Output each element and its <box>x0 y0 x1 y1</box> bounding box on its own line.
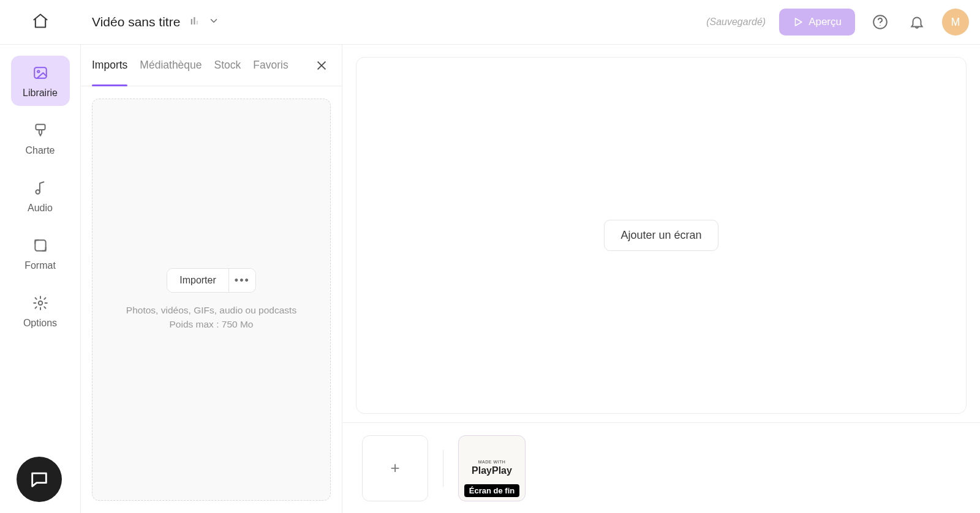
close-icon[interactable] <box>312 56 331 75</box>
import-dropzone[interactable]: Importer ••• Photos, vidéos, GIFs, audio… <box>92 99 331 501</box>
header-bar: Vidéo sans titre (Sauvegardé) Aperçu M <box>0 0 980 45</box>
canvas-outer: Ajouter un écran <box>342 45 980 422</box>
drop-hint-line1: Photos, vidéos, GIFs, audio ou podcasts <box>126 304 296 317</box>
sidebar-item-charte[interactable]: Charte <box>11 113 70 163</box>
dropzone-wrap: Importer ••• Photos, vidéos, GIFs, audio… <box>81 86 342 513</box>
tab-mediatheque[interactable]: Médiathèque <box>140 45 202 86</box>
sidebar-item-librairie[interactable]: Librairie <box>11 56 70 106</box>
sidebar-item-label: Options <box>23 318 57 329</box>
svg-rect-8 <box>36 124 45 130</box>
bell-icon[interactable] <box>905 10 929 34</box>
music-icon <box>32 179 49 197</box>
canvas: Ajouter un écran <box>356 57 967 414</box>
timeline: + MADE WITH PlayPlay Écran de fin <box>342 422 980 513</box>
tab-favoris[interactable]: Favoris <box>253 45 288 86</box>
gear-icon <box>32 294 49 312</box>
end-slide-brand: PlayPlay <box>472 465 512 476</box>
svg-rect-2 <box>197 21 198 24</box>
body: Librairie Charte Audio Format Options <box>0 45 980 513</box>
bars-icon[interactable] <box>189 15 200 29</box>
svg-rect-1 <box>194 17 195 24</box>
preview-button-label: Aperçu <box>809 16 842 28</box>
sidebar-item-label: Format <box>24 260 56 271</box>
right-area: Ajouter un écran + MADE WITH PlayPlay Éc… <box>342 45 980 513</box>
timeline-add-slide[interactable]: + <box>362 435 428 501</box>
avatar-initial: M <box>951 16 960 29</box>
dots-icon: ••• <box>235 274 250 287</box>
import-button-group: Importer ••• <box>167 268 256 293</box>
crop-icon <box>32 237 49 254</box>
import-button[interactable]: Importer <box>167 269 228 292</box>
image-icon <box>32 64 49 81</box>
svg-rect-0 <box>191 19 192 24</box>
header-title-area: Vidéo sans titre <box>81 15 706 29</box>
timeline-divider <box>443 450 443 487</box>
avatar[interactable]: M <box>942 9 969 36</box>
tab-imports[interactable]: Imports <box>92 45 127 86</box>
header-home-area <box>0 0 81 44</box>
left-rail: Librairie Charte Audio Format Options <box>0 45 81 513</box>
help-icon[interactable] <box>869 10 892 34</box>
plus-icon: + <box>390 459 399 477</box>
header-right: (Sauvegardé) Aperçu M <box>706 9 969 36</box>
chevron-down-icon[interactable] <box>208 15 219 29</box>
svg-marker-3 <box>796 18 802 26</box>
svg-point-9 <box>36 190 39 194</box>
home-icon[interactable] <box>32 12 49 32</box>
sidebar-item-label: Charte <box>25 145 55 156</box>
preview-button[interactable]: Aperçu <box>779 9 855 36</box>
drop-hint: Photos, vidéos, GIFs, audio ou podcasts … <box>126 304 296 331</box>
timeline-end-slide[interactable]: MADE WITH PlayPlay Écran de fin <box>458 435 526 501</box>
add-screen-button[interactable]: Ajouter un écran <box>604 220 718 251</box>
chat-launcher[interactable] <box>17 457 62 502</box>
svg-point-11 <box>38 301 42 305</box>
svg-point-5 <box>880 25 880 26</box>
end-slide-madewith: MADE WITH <box>478 460 506 464</box>
import-more-button[interactable]: ••• <box>228 269 255 292</box>
panel-tabs: Imports Médiathèque Stock Favoris <box>81 45 342 86</box>
end-slide-label: Écran de fin <box>464 484 519 497</box>
svg-rect-10 <box>35 240 45 250</box>
sidebar-item-options[interactable]: Options <box>11 286 70 336</box>
svg-rect-6 <box>34 67 47 78</box>
sidebar-item-label: Librairie <box>23 88 58 99</box>
saved-status: (Sauvegardé) <box>706 17 766 28</box>
sidebar-item-format[interactable]: Format <box>11 228 70 279</box>
library-panel: Imports Médiathèque Stock Favoris Import… <box>81 45 342 513</box>
brush-icon <box>32 122 49 139</box>
drop-hint-line2: Poids max : 750 Mo <box>126 318 296 331</box>
tab-stock[interactable]: Stock <box>214 45 241 86</box>
sidebar-item-audio[interactable]: Audio <box>11 171 70 221</box>
svg-point-7 <box>37 70 39 72</box>
sidebar-item-label: Audio <box>28 203 53 214</box>
project-title[interactable]: Vidéo sans titre <box>92 15 180 29</box>
